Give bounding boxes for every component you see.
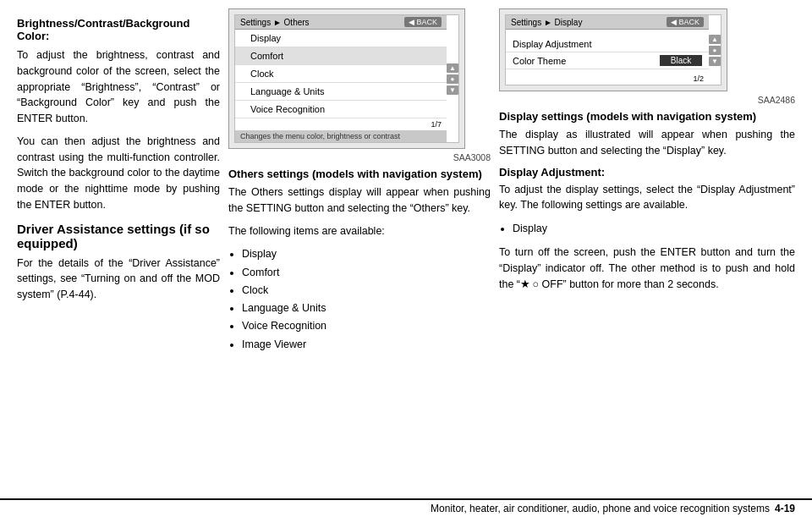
menu-item-clock[interactable]: Clock: [235, 65, 447, 83]
right-caption-body3: To turn off the screen, push the ENTER b…: [499, 245, 795, 292]
middle-screen-main: Settings ► Others ◀ BACK Display Comfort…: [235, 15, 447, 142]
right-caption-title: Display settings (models with navigation…: [499, 110, 795, 123]
middle-up-btn[interactable]: ▲: [447, 63, 458, 73]
list-item-comfort: Comfort: [242, 264, 491, 282]
middle-screen-layout: Settings ► Others ◀ BACK Display Comfort…: [235, 15, 458, 142]
right-row-display-adj[interactable]: Display Adjustment: [506, 36, 709, 52]
section-title: Brightness/Contrast/Background Color:: [17, 17, 220, 42]
display-adj-label: Display Adjustment: [513, 39, 592, 49]
middle-back-btn[interactable]: ◀ BACK: [404, 17, 442, 27]
left-para2: You can then adjust the brightness and c…: [17, 134, 220, 213]
middle-caption-code: SAA3008: [228, 152, 491, 162]
right-screen-main: Settings ► Display ◀ BACK Display Adjust…: [506, 15, 709, 85]
right-up-btn[interactable]: ▲: [709, 35, 721, 44]
right-caption-body2: To adjust the display settings, select t…: [499, 182, 795, 214]
middle-mid-btn[interactable]: ●: [447, 74, 458, 84]
middle-footer-bar: Changes the menu color, brightness or co…: [235, 130, 447, 142]
left-subheading: Driver Assistance settings (if so equipp…: [17, 222, 220, 250]
right-menu-area: Display Adjustment Color Theme Black: [506, 30, 709, 73]
middle-screen: Settings ► Others ◀ BACK Display Comfort…: [228, 8, 465, 149]
right-screen-layout: Settings ► Display ◀ BACK Display Adjust…: [506, 15, 721, 85]
menu-item-voice[interactable]: Voice Recognition: [235, 101, 447, 118]
right-caption-code: SAA2486: [499, 95, 795, 105]
right-header-path: Settings ► Display: [511, 18, 582, 27]
left-para3: For the details of the “Driver Assistanc…: [17, 256, 220, 303]
menu-item-comfort[interactable]: Comfort: [235, 47, 447, 65]
middle-header-path: Settings ► Others: [240, 18, 310, 27]
list-item-image: Image Viewer: [242, 336, 491, 354]
right-column: Settings ► Display ◀ BACK Display Adjust…: [499, 8, 795, 360]
middle-caption-body1: The Others settings display will appear …: [228, 184, 491, 217]
page-container: Brightness/Contrast/Background Color: To…: [0, 0, 812, 517]
middle-pagination: 1/7: [235, 118, 447, 130]
right-mid-btn[interactable]: ●: [709, 46, 721, 55]
left-column: Brightness/Contrast/Background Color: To…: [17, 8, 220, 360]
right-down-btn[interactable]: ▼: [709, 57, 721, 66]
middle-screen-inner: Settings ► Others ◀ BACK Display Comfort…: [234, 14, 459, 143]
right-screen-header: Settings ► Display ◀ BACK: [506, 15, 709, 30]
middle-screen-header: Settings ► Others ◀ BACK: [235, 15, 447, 30]
right-list-display: Display: [513, 220, 795, 238]
middle-column: Settings ► Others ◀ BACK Display Comfort…: [228, 8, 491, 360]
middle-side-btns: ▲ ● ▼: [447, 15, 458, 142]
color-theme-value: Black: [660, 55, 702, 66]
right-caption-body1: The display as illustrated will appear w…: [499, 127, 795, 159]
menu-item-language[interactable]: Language & Units: [235, 83, 447, 101]
footer-pagenum: 4-19: [775, 503, 795, 514]
list-item-voice: Voice Recognition: [242, 317, 491, 335]
right-bullet-list: Display: [513, 220, 795, 238]
right-screen-inner: Settings ► Display ◀ BACK Display Adjust…: [505, 14, 721, 85]
middle-bullet-list: Display Comfort Clock Language & Units V…: [242, 245, 491, 354]
content-area: Brightness/Contrast/Background Color: To…: [17, 8, 795, 386]
right-row-color-theme[interactable]: Color Theme Black: [506, 52, 709, 69]
middle-down-btn[interactable]: ▼: [447, 85, 458, 95]
right-screen: Settings ► Display ◀ BACK Display Adjust…: [499, 8, 727, 91]
menu-item-display[interactable]: Display: [235, 30, 447, 47]
list-item-display: Display: [242, 245, 491, 263]
right-side-btns: ▲ ● ▼: [709, 15, 721, 85]
page-footer: Monitor, heater, air conditioner, audio,…: [0, 498, 812, 517]
display-adj-title: Display Adjustment:: [499, 166, 795, 179]
right-back-btn[interactable]: ◀ BACK: [667, 17, 704, 27]
middle-list-intro: The following items are available:: [228, 223, 491, 239]
footer-text: Monitor, heater, air conditioner, audio,…: [431, 503, 770, 514]
list-item-language: Language & Units: [242, 300, 491, 317]
left-para1: To adjust the brightness, contrast and b…: [17, 47, 220, 127]
right-pagination: 1/2: [506, 73, 709, 85]
middle-menu-list: Display Comfort Clock Language & Units V…: [235, 30, 447, 118]
list-item-clock: Clock: [242, 282, 491, 300]
middle-caption-title: Others settings (models with navigation …: [228, 168, 491, 180]
color-theme-label: Color Theme: [513, 56, 566, 66]
